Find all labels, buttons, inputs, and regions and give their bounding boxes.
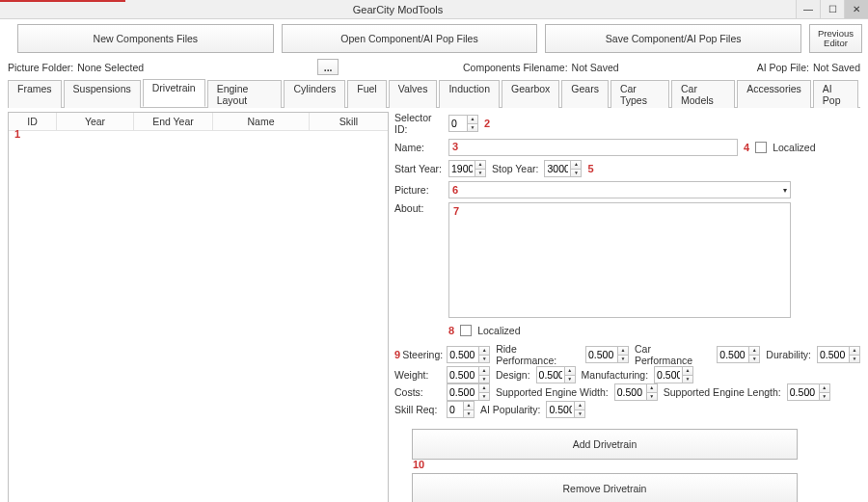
design-spinner[interactable]: ▲▼ — [536, 366, 576, 383]
design-input[interactable] — [537, 367, 564, 383]
col-year[interactable]: Year — [57, 113, 134, 130]
name-input[interactable] — [448, 139, 738, 156]
minimize-button[interactable]: — — [796, 0, 820, 18]
col-skill[interactable]: Skill — [310, 113, 388, 130]
skillreq-spinner[interactable]: ▲▼ — [447, 401, 475, 418]
aipop-spinner[interactable]: ▲▼ — [546, 401, 585, 418]
remove-drivetrain-button[interactable]: Remove Drivetrain 11 — [412, 473, 798, 502]
up-arrow-icon[interactable]: ▲ — [464, 402, 474, 410]
chevron-down-icon: ▾ — [783, 186, 787, 195]
up-arrow-icon[interactable]: ▲ — [468, 116, 477, 124]
up-arrow-icon[interactable]: ▲ — [479, 347, 489, 356]
down-arrow-icon[interactable]: ▼ — [749, 356, 759, 363]
down-arrow-icon[interactable]: ▼ — [618, 356, 628, 363]
carperf-input[interactable] — [718, 347, 748, 362]
down-arrow-icon[interactable]: ▼ — [575, 410, 584, 418]
up-arrow-icon[interactable]: ▲ — [749, 347, 759, 356]
up-arrow-icon[interactable]: ▲ — [575, 402, 584, 410]
steering-input[interactable] — [448, 347, 478, 362]
ride-input[interactable] — [586, 347, 617, 362]
localized-checkbox[interactable] — [755, 142, 767, 153]
up-arrow-icon[interactable]: ▲ — [647, 384, 657, 393]
up-arrow-icon[interactable]: ▲ — [571, 161, 581, 170]
down-arrow-icon[interactable]: ▼ — [647, 393, 657, 401]
tab-suspensions[interactable]: Suspensions — [64, 80, 141, 108]
previous-editor-button[interactable]: Previous Editor — [809, 24, 862, 53]
stop-year-spinner[interactable]: ▲▼ — [544, 160, 582, 177]
open-components-button[interactable]: Open Component/AI Pop Files — [282, 24, 538, 53]
stop-year-label: Stop Year: — [492, 163, 538, 174]
down-arrow-icon[interactable]: ▼ — [475, 170, 485, 177]
about-textarea[interactable]: 7 — [448, 202, 791, 318]
ride-spinner[interactable]: ▲▼ — [585, 346, 629, 363]
down-arrow-icon[interactable]: ▼ — [820, 393, 829, 401]
tab-cylinders[interactable]: Cylinders — [284, 80, 345, 108]
tab-drivetrain[interactable]: Drivetrain — [143, 79, 205, 107]
selector-id-input[interactable] — [449, 116, 467, 131]
col-name[interactable]: Name — [213, 113, 310, 130]
picture-dropdown[interactable]: 6 ▾ — [448, 181, 791, 198]
sel-input[interactable] — [788, 384, 819, 400]
down-arrow-icon[interactable]: ▼ — [479, 376, 489, 383]
sew-input[interactable] — [615, 384, 646, 400]
save-components-button[interactable]: Save Component/AI Pop Files — [545, 24, 801, 53]
down-arrow-icon[interactable]: ▼ — [571, 170, 581, 177]
down-arrow-icon[interactable]: ▼ — [479, 356, 489, 363]
costs-input[interactable] — [448, 384, 478, 400]
tab-car-models[interactable]: Car Models — [671, 80, 735, 108]
weight-spinner[interactable]: ▲▼ — [447, 366, 490, 383]
sew-spinner[interactable]: ▲▼ — [614, 383, 658, 401]
tab-engine-layout[interactable]: Engine Layout — [207, 80, 283, 108]
up-arrow-icon[interactable]: ▲ — [565, 367, 575, 376]
browse-folder-button[interactable]: ... — [317, 59, 339, 75]
selector-id-spinner[interactable]: ▲▼ — [448, 115, 478, 132]
selector-id-label: Selector ID: — [394, 112, 443, 135]
tab-valves[interactable]: Valves — [389, 80, 438, 108]
down-arrow-icon[interactable]: ▼ — [464, 410, 474, 418]
carperf-spinner[interactable]: ▲▼ — [717, 346, 760, 363]
tab-car-types[interactable]: Car Types — [610, 80, 669, 108]
costs-spinner[interactable]: ▲▼ — [447, 383, 490, 401]
stop-year-input[interactable] — [545, 161, 570, 176]
tab-frames[interactable]: Frames — [8, 80, 62, 108]
new-components-button[interactable]: New Components Files — [17, 24, 274, 53]
up-arrow-icon[interactable]: ▲ — [850, 347, 859, 356]
aipop-input[interactable] — [547, 402, 574, 417]
skillreq-input[interactable] — [448, 402, 463, 417]
close-button[interactable]: ✕ — [844, 0, 868, 18]
tab-gearbox[interactable]: Gearbox — [502, 80, 559, 108]
down-arrow-icon[interactable]: ▼ — [565, 376, 575, 383]
up-arrow-icon[interactable]: ▲ — [479, 367, 489, 376]
tab-accessories[interactable]: Accessories — [737, 80, 811, 108]
up-arrow-icon[interactable]: ▲ — [475, 161, 485, 170]
manufacturing-input[interactable] — [655, 367, 682, 383]
start-year-spinner[interactable]: ▲▼ — [448, 160, 486, 177]
durability-input[interactable] — [818, 347, 849, 362]
col-end-year[interactable]: End Year — [134, 113, 213, 130]
form-panel: Selector ID: ▲▼ 2 Name: 3 4 Localized St… — [394, 112, 860, 502]
sel-spinner[interactable]: ▲▼ — [787, 383, 830, 401]
down-arrow-icon[interactable]: ▼ — [479, 393, 489, 401]
tab-fuel[interactable]: Fuel — [347, 80, 386, 108]
steering-spinner[interactable]: ▲▼ — [447, 346, 490, 363]
down-arrow-icon[interactable]: ▼ — [683, 376, 692, 383]
start-year-input[interactable] — [449, 161, 475, 176]
tab-induction[interactable]: Induction — [439, 80, 500, 108]
up-arrow-icon[interactable]: ▲ — [618, 347, 628, 356]
up-arrow-icon[interactable]: ▲ — [820, 384, 829, 393]
about-localized-checkbox[interactable] — [460, 325, 472, 336]
marker-5: 5 — [587, 163, 593, 174]
durability-spinner[interactable]: ▲▼ — [817, 346, 860, 363]
add-drivetrain-button[interactable]: Add Drivetrain 10 — [412, 429, 798, 460]
manufacturing-spinner[interactable]: ▲▼ — [654, 366, 693, 383]
maximize-button[interactable]: ☐ — [820, 0, 844, 18]
up-arrow-icon[interactable]: ▲ — [479, 384, 489, 393]
tab-gears[interactable]: Gears — [561, 80, 609, 108]
costs-label: Costs: — [394, 386, 441, 398]
down-arrow-icon[interactable]: ▼ — [850, 356, 859, 363]
down-arrow-icon[interactable]: ▼ — [468, 124, 477, 132]
tab-ai-pop[interactable]: AI Pop — [813, 80, 858, 108]
up-arrow-icon[interactable]: ▲ — [683, 367, 692, 376]
weight-input[interactable] — [448, 367, 478, 383]
add-drivetrain-label: Add Drivetrain — [573, 438, 637, 450]
